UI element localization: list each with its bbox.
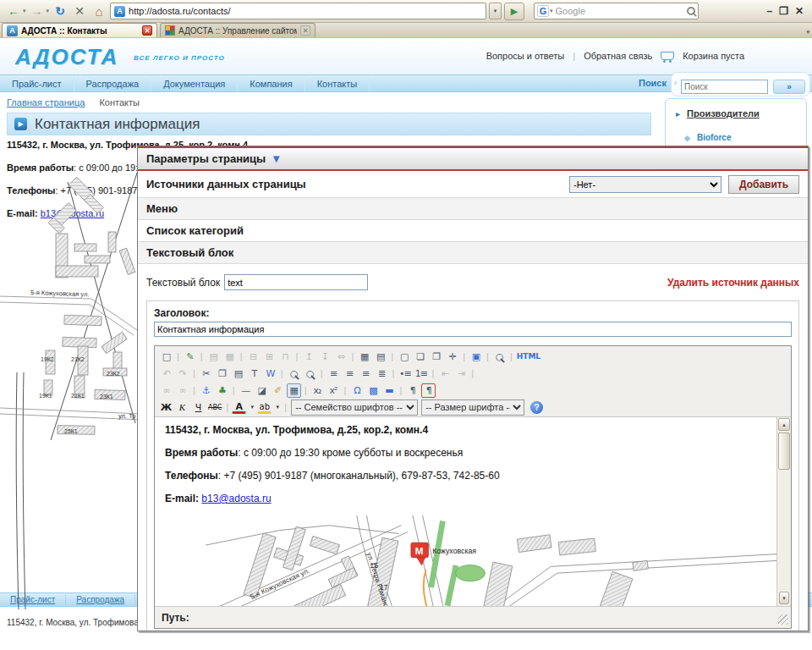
numbered-list-icon[interactable]: 1≡: [414, 366, 428, 381]
cart-icon[interactable]: [661, 52, 674, 60]
scroll-down-icon[interactable]: ▼: [779, 592, 789, 604]
strikethrough-icon[interactable]: ABC: [207, 400, 222, 415]
insert-layer-icon[interactable]: ✛: [445, 350, 459, 364]
heading-input[interactable]: [154, 322, 792, 337]
underline-icon[interactable]: Ч: [191, 400, 206, 415]
bold-icon[interactable]: Ж: [159, 400, 173, 415]
google-search-placeholder[interactable]: Google: [556, 6, 684, 16]
paste-text-icon[interactable]: T: [247, 366, 261, 381]
google-engine-icon[interactable]: G: [537, 5, 549, 17]
insert-table-icon[interactable]: ▦: [357, 350, 371, 364]
editor-scrollbar[interactable]: ▲ ▼: [776, 417, 791, 606]
font-family-select[interactable]: -- Семейство шрифтов --: [291, 399, 418, 416]
table-properties-icon[interactable]: ▤: [373, 350, 387, 364]
special-char-icon[interactable]: Ω: [349, 383, 364, 398]
align-center-icon[interactable]: ≡: [343, 366, 357, 381]
close-button[interactable]: ✕: [795, 5, 804, 17]
html-source-button[interactable]: HTML: [516, 350, 541, 364]
back-button[interactable]: ←: [5, 3, 22, 19]
search-input[interactable]: [681, 80, 768, 94]
data-source-select[interactable]: -Нет-: [569, 176, 721, 193]
remove-format-icon[interactable]: ◪: [255, 383, 269, 398]
paste-icon[interactable]: ▤: [231, 366, 245, 381]
forward-menu-caret-icon[interactable]: ▾: [47, 8, 50, 14]
refresh-button[interactable]: ↻: [52, 3, 69, 19]
nav-sale[interactable]: Распродажа: [74, 75, 152, 91]
faq-link[interactable]: Вопросы и ответы: [486, 51, 565, 61]
editor-content[interactable]: 115432, г. Москва, ул. Трофимова, д.25, …: [155, 416, 791, 606]
subscript-icon[interactable]: x₂: [310, 383, 325, 398]
insert-dash-icon[interactable]: ▬: [381, 383, 396, 398]
font-size-select[interactable]: -- Размер шрифта --: [421, 399, 524, 416]
paste-word-icon[interactable]: W: [263, 366, 277, 381]
find-icon[interactable]: ○: [287, 366, 301, 381]
tab-list-caret-icon[interactable]: ▾: [806, 29, 809, 36]
nav-documentation[interactable]: Документация: [151, 75, 238, 91]
text-direction-icon[interactable]: ¶: [421, 383, 436, 398]
tab-close-icon[interactable]: ✕: [142, 25, 152, 36]
help-icon[interactable]: ?: [530, 401, 543, 414]
tab-close-icon[interactable]: ✕: [300, 25, 310, 36]
section-category-list[interactable]: Список категорий: [138, 220, 808, 242]
preview-icon[interactable]: ○: [492, 350, 507, 364]
bring-forward-icon[interactable]: ❐: [429, 350, 443, 364]
search-button[interactable]: »: [773, 80, 805, 94]
site-logo[interactable]: АДОСТА: [15, 44, 118, 70]
nav-company[interactable]: Компания: [238, 75, 304, 91]
source-edit-icon[interactable]: ✎: [183, 350, 197, 364]
tab-site-admin[interactable]: АДОСТА :: Управление сайтом :: Уп... ✕: [160, 23, 315, 37]
resize-grip[interactable]: [778, 614, 788, 625]
horizontal-rule-icon[interactable]: —: [239, 383, 253, 398]
sidebar-item-bioforce[interactable]: ◈Bioforce: [684, 133, 796, 142]
new-page-icon[interactable]: □: [159, 350, 173, 364]
highlight-color-icon[interactable]: ab: [257, 400, 272, 414]
breadcrumb-home-link[interactable]: Главная страница: [7, 97, 85, 107]
tab-contacts[interactable]: А АДОСТА :: Контакты ✕: [2, 23, 157, 37]
sidebar-title[interactable]: Производители: [687, 108, 760, 118]
google-search-box[interactable]: G ▾ Google: [534, 3, 699, 19]
search-magnifier-icon[interactable]: [687, 7, 695, 15]
text-color-icon[interactable]: A: [232, 400, 246, 414]
paragraph-icon[interactable]: ¶: [405, 383, 420, 398]
add-source-button[interactable]: Добавить: [728, 175, 799, 194]
highlight-color-caret-icon[interactable]: ▾: [273, 400, 281, 415]
go-button[interactable]: ▶: [504, 3, 524, 20]
media-icon[interactable]: ▩: [365, 383, 380, 398]
dialog-header[interactable]: Параметры страницы ▼: [138, 146, 808, 171]
grid-toggle-icon[interactable]: ▦: [287, 383, 301, 398]
send-backward-icon[interactable]: ❏: [413, 350, 427, 364]
scrollbar-thumb[interactable]: [778, 432, 790, 470]
engine-caret-icon[interactable]: ▾: [550, 8, 553, 14]
align-left-icon[interactable]: ≡: [326, 366, 341, 381]
email-link[interactable]: b13@adosta.ru: [41, 208, 104, 218]
forward-button[interactable]: →: [29, 3, 46, 19]
scroll-up-icon[interactable]: ▲: [778, 418, 790, 431]
feedback-link[interactable]: Обратная связь: [584, 51, 652, 61]
cut-icon[interactable]: ✂: [199, 366, 213, 381]
text-block-name-input[interactable]: [224, 274, 368, 290]
bullet-list-icon[interactable]: •≡: [398, 366, 412, 381]
nav-contacts[interactable]: Контакты: [305, 75, 370, 91]
nav-price-list[interactable]: Прайс-лист: [0, 75, 74, 91]
stop-button[interactable]: ✕: [71, 3, 88, 19]
address-bar[interactable]: А http://adosta.ru/contacts/: [110, 3, 486, 19]
address-url[interactable]: http://adosta.ru/contacts/: [129, 6, 230, 16]
minimize-button[interactable]: –: [766, 5, 772, 17]
format-brush-icon[interactable]: ✐: [271, 383, 285, 398]
superscript-icon[interactable]: x²: [326, 383, 341, 398]
cart-status[interactable]: Корзина пуста: [683, 51, 744, 61]
back-menu-caret-icon[interactable]: ▾: [23, 8, 26, 14]
restore-button[interactable]: ❐: [779, 5, 788, 17]
section-text-block[interactable]: Текстовый блок: [138, 242, 808, 264]
url-history-caret-icon[interactable]: ▾: [489, 3, 502, 19]
copy-icon[interactable]: ❐: [215, 366, 229, 381]
text-color-caret-icon[interactable]: ▾: [248, 400, 255, 415]
visual-aid-icon[interactable]: ▢: [397, 350, 411, 364]
home-button[interactable]: ⌂: [91, 3, 107, 19]
italic-icon[interactable]: K: [175, 400, 189, 415]
anchor-icon[interactable]: ⚓: [199, 383, 213, 398]
blockquote-icon[interactable]: ▣: [469, 350, 483, 364]
footer-sale-link[interactable]: Распродажа: [66, 595, 135, 604]
delete-source-link[interactable]: Удалить источник данных: [667, 277, 799, 289]
align-right-icon[interactable]: ≡: [359, 366, 373, 381]
